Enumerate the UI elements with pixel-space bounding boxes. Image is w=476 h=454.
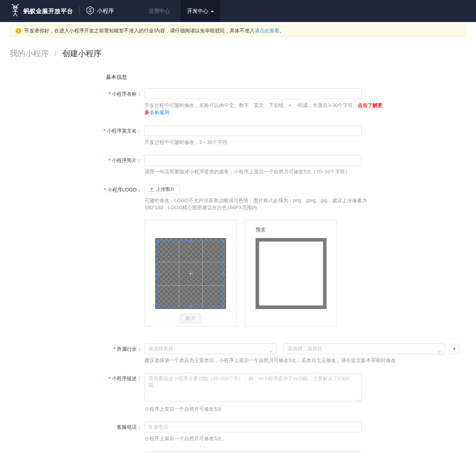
- create-miniprogram-form: *小程序名称： 开发过程中可随时修改，名称可以由中文、数字、英文、下划线、+、-…: [0, 88, 476, 454]
- banner-suffix: 。: [279, 28, 284, 34]
- preview-panel: 预览: [245, 220, 337, 326]
- top-navbar: 蚂蚁金服开放平台 小程序 运营中心 开发中心: [0, 0, 476, 22]
- logo-cropper-area: 确 定 预览: [144, 220, 471, 326]
- category-select[interactable]: 请选择类目: [144, 344, 277, 354]
- nav-dev-center-label: 开发中心: [187, 8, 208, 15]
- product[interactable]: 小程序: [86, 6, 114, 16]
- notice-banner: ! 开发者你好，在进入小程序开发之前需知晓暂不准入的行业/内容，请仔细阅读以免审…: [10, 25, 466, 37]
- ant-logo-icon: [11, 4, 20, 18]
- upload-image-button[interactable]: 上传图片: [144, 184, 180, 194]
- section-title: 基本信息: [106, 74, 476, 81]
- preview-label: 预览: [256, 227, 337, 233]
- crop-handle[interactable]: [222, 240, 224, 242]
- banner-link[interactable]: 请点此查看: [255, 28, 279, 34]
- app-intro-label: *小程序简介：: [0, 155, 144, 175]
- app-en-name-input[interactable]: [144, 125, 362, 136]
- app-intro-input[interactable]: [144, 155, 362, 166]
- description-label: *小程序描述：: [0, 373, 144, 412]
- chevron-down-icon: [269, 348, 273, 354]
- add-category-button[interactable]: +: [449, 344, 459, 354]
- app-logo-hint: 可随时修改，LOGO不允许涉及政治敏感与色情；图片格式必须为：png、jpeg、…: [144, 197, 374, 211]
- app-en-name-hint: 开发过程中可随时修改，3～30个字符: [144, 139, 386, 146]
- industry-hint: 建议选择第一个类目为主营类目，小程序上架后一个自然月可修改5次；若类目无法修改，…: [144, 357, 471, 364]
- crop-handle[interactable]: [157, 272, 159, 275]
- brand-divider: [80, 7, 80, 15]
- crop-handle[interactable]: [190, 305, 192, 307]
- app-intro-hint: 请用一句话简要描述小程序提供的服务；小程序上架后一个自然月可修改5次（10~32…: [144, 168, 386, 175]
- subcategory-select-placeholder: 请选择二级类目: [288, 346, 322, 352]
- app-name-input[interactable]: [144, 88, 362, 99]
- brand-title: 蚂蚁金服开放平台: [23, 7, 73, 15]
- row-industry: *所属行业： 请选择类目 请选择二级类目 + 建议选择第一个类目为主营类: [0, 344, 476, 364]
- crop-handle[interactable]: [157, 240, 159, 242]
- required-mark: *: [108, 375, 111, 381]
- row-app-logo: *小程序LOGO： 上传图片 可随时修改，LOGO不允许涉及政治敏感与色情；图片…: [0, 184, 476, 344]
- industry-label: *所属行业：: [0, 344, 144, 364]
- crop-handle[interactable]: [190, 240, 192, 242]
- row-app-en-name: *小程序英文名： 开发过程中可随时修改，3～30个字符: [0, 125, 476, 146]
- row-email: 客服邮箱：: [0, 452, 476, 454]
- category-select-placeholder: 请选择类目: [148, 346, 173, 352]
- miniprogram-icon: [86, 6, 94, 16]
- required-mark: *: [113, 346, 116, 352]
- logo-preview-frame: [256, 238, 327, 309]
- product-title: 小程序: [97, 7, 114, 15]
- subcategory-select[interactable]: 请选择二级类目: [284, 344, 445, 354]
- app-name-hint: 开发过程中可随时修改，名称可以由中文、数字、英文、下划线、+、-组成，长度在3-…: [144, 102, 386, 116]
- crop-handle[interactable]: [222, 305, 224, 307]
- email-input[interactable]: [144, 452, 362, 454]
- email-label: 客服邮箱：: [0, 452, 144, 454]
- required-mark: *: [103, 128, 106, 134]
- description-textarea[interactable]: [144, 373, 362, 401]
- required-mark: *: [108, 157, 111, 163]
- brand[interactable]: 蚂蚁金服开放平台: [11, 4, 73, 18]
- required-mark: *: [108, 91, 111, 97]
- phone-hint: 小程序上架后一个自然月可修改5次。: [144, 435, 386, 442]
- crop-confirm-button[interactable]: 确 定: [180, 314, 201, 323]
- app-logo-label: *小程序LOGO：: [0, 184, 144, 344]
- name-rules-link[interactable]: 名称规则: [149, 109, 169, 115]
- phone-label: 客服电话：: [0, 422, 144, 442]
- app-name-label: *小程序名称：: [0, 88, 144, 116]
- caret-up-icon: [211, 10, 214, 12]
- nav-operations-center[interactable]: 运营中心: [138, 0, 181, 22]
- crop-canvas[interactable]: [155, 238, 226, 309]
- upload-button-label: 上传图片: [156, 186, 175, 193]
- page-title: 创建小程序: [62, 49, 101, 58]
- required-mark: *: [104, 187, 106, 193]
- chevron-down-icon: [438, 348, 441, 354]
- row-app-name: *小程序名称： 开发过程中可随时修改，名称可以由中文、数字、英文、下划线、+、-…: [0, 88, 476, 116]
- crop-selection[interactable]: [158, 241, 223, 306]
- phone-input[interactable]: [144, 422, 362, 432]
- crop-handle[interactable]: [157, 305, 159, 307]
- crop-handle[interactable]: [222, 272, 224, 275]
- breadcrumb-parent[interactable]: 我的小程序: [10, 49, 49, 58]
- row-phone: 客服电话： 小程序上架后一个自然月可修改5次。: [0, 422, 476, 442]
- crop-panel: 确 定: [144, 220, 237, 326]
- breadcrumb: 我的小程序 / 创建小程序: [10, 48, 476, 59]
- banner-text: 开发者你好，在进入小程序开发之前需知晓暂不准入的行业/内容，请仔细阅读以免审核驳…: [24, 28, 255, 34]
- app-en-name-label: *小程序英文名：: [0, 125, 144, 146]
- row-app-intro: *小程序简介： 请用一句话简要描述小程序提供的服务；小程序上架后一个自然月可修改…: [0, 155, 476, 175]
- upload-icon: [149, 187, 154, 192]
- nav-dev-center[interactable]: 开发中心: [181, 0, 220, 22]
- breadcrumb-separator: /: [54, 49, 56, 58]
- warning-icon: !: [16, 28, 21, 34]
- crop-center-cross-icon: [188, 271, 193, 276]
- row-description: *小程序描述： 小程序上架后一个自然月可修改5次: [0, 373, 476, 412]
- main-nav: 运营中心 开发中心: [138, 0, 220, 22]
- description-hint: 小程序上架后一个自然月可修改5次: [144, 405, 386, 412]
